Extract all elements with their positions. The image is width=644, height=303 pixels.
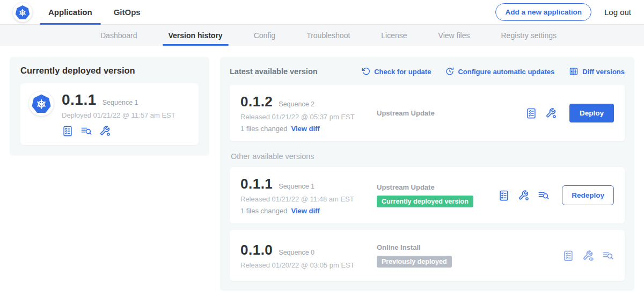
- app-kubernetes-logo-icon: [29, 91, 54, 116]
- version-number: 0.1.2: [240, 93, 273, 110]
- header-tab-application[interactable]: Application: [48, 0, 92, 25]
- currently-deployed-panel: Currently deployed version 0.1.1 Sequenc…: [10, 57, 209, 156]
- wrench-eye-icon[interactable]: [582, 250, 594, 262]
- currently-deployed-badge: Currently deployed version: [377, 196, 473, 207]
- view-diff-link[interactable]: View diff: [291, 207, 319, 215]
- tab-registry-settings[interactable]: Registry settings: [485, 25, 572, 46]
- tab-version-history[interactable]: Version history: [153, 25, 238, 46]
- preflight-checklist-icon[interactable]: [525, 107, 537, 119]
- deployed-sequence-label: Sequence 1: [103, 99, 138, 106]
- wrench-gear-icon[interactable]: [545, 107, 557, 119]
- released-timestamp: Released 01/20/22 @ 03:05 pm EST: [240, 261, 365, 269]
- tab-troubleshoot[interactable]: Troubleshoot: [291, 25, 365, 46]
- preflight-checklist-icon[interactable]: [562, 250, 574, 262]
- configure-automatic-updates-label: Configure automatic updates: [458, 68, 554, 76]
- redeploy-button[interactable]: Redeploy: [562, 185, 614, 205]
- view-logs-icon[interactable]: [602, 250, 614, 262]
- configure-automatic-updates-link[interactable]: Configure automatic updates: [445, 67, 554, 76]
- version-number: 0.1.1: [240, 176, 273, 192]
- diff-columns-icon: [569, 67, 579, 76]
- sequence-label: Sequence 2: [279, 100, 314, 108]
- version-card-0-1-1: 0.1.1 Sequence 1 Released 01/21/22 @ 11:…: [230, 167, 625, 223]
- sequence-label: Sequence 1: [279, 183, 314, 190]
- deployed-version-card: 0.1.1 Sequence 1 Deployed 01/21/22 @ 11:…: [20, 83, 199, 145]
- latest-available-title: Latest available version: [230, 67, 318, 76]
- logout-button[interactable]: Log out: [604, 8, 631, 17]
- header-tab-gitops[interactable]: GitOps: [114, 0, 141, 25]
- version-card-0-1-0: 0.1.0 Sequence 0 Released 01/20/22 @ 03:…: [230, 230, 625, 281]
- clock-refresh-icon: [445, 67, 454, 76]
- deployed-timestamp: Deployed 01/21/22 @ 11:57 am EST: [62, 111, 175, 119]
- files-changed-label: 1 files changed: [240, 125, 287, 133]
- tab-license[interactable]: License: [365, 25, 422, 46]
- wrench-gear-icon[interactable]: [518, 190, 530, 201]
- refresh-icon: [362, 67, 370, 76]
- diff-versions-label: Diff versions: [582, 68, 625, 76]
- view-logs-icon[interactable]: [80, 125, 92, 137]
- deploy-button[interactable]: Deploy: [569, 104, 614, 122]
- tab-config[interactable]: Config: [238, 25, 291, 46]
- version-card-0-1-2: 0.1.2 Sequence 2 Released 01/21/22 @ 05:…: [230, 85, 625, 141]
- preflight-checklist-icon[interactable]: [62, 125, 74, 137]
- tab-dashboard[interactable]: Dashboard: [85, 25, 153, 46]
- version-source-label: Upstream Update: [377, 109, 435, 117]
- add-application-button[interactable]: Add a new application: [495, 3, 591, 21]
- files-changed-label: 1 files changed: [240, 207, 287, 215]
- app-subnav: Dashboard Version history Config Trouble…: [0, 25, 644, 46]
- kubernetes-logo-icon: [13, 3, 32, 22]
- wrench-gear-icon[interactable]: [99, 125, 111, 137]
- app-header: Application GitOps Add a new application…: [0, 0, 644, 25]
- released-timestamp: Released 01/21/22 @ 11:48 am EST: [240, 195, 365, 203]
- sequence-label: Sequence 0: [279, 249, 314, 256]
- deployed-panel-title: Currently deployed version: [20, 66, 199, 76]
- version-number: 0.1.0: [240, 242, 273, 258]
- check-for-update-link[interactable]: Check for update: [362, 67, 431, 76]
- version-source-label: Upstream Update: [377, 183, 435, 191]
- view-logs-icon[interactable]: [538, 190, 550, 201]
- available-versions-panel: Latest available version Check for updat…: [220, 57, 634, 291]
- released-timestamp: Released 01/21/22 @ 05:37 pm EST: [240, 113, 365, 121]
- preflight-checklist-icon[interactable]: [498, 190, 510, 201]
- previously-deployed-badge: Previously deployed: [377, 256, 452, 268]
- view-diff-link[interactable]: View diff: [291, 125, 319, 133]
- diff-versions-link[interactable]: Diff versions: [569, 67, 625, 76]
- check-for-update-label: Check for update: [374, 68, 431, 76]
- version-source-label: Online Install: [377, 243, 421, 251]
- other-available-versions-title: Other available versions: [231, 152, 624, 161]
- tab-view-files[interactable]: View files: [423, 25, 486, 46]
- deployed-version-number: 0.1.1: [62, 91, 97, 109]
